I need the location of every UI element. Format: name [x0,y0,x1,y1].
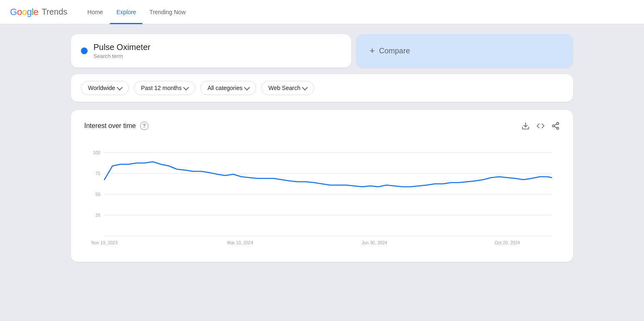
search-dot-indicator [81,48,88,54]
download-button[interactable] [521,122,530,130]
svg-text:100: 100 [93,150,101,155]
chevron-down-icon [117,84,123,90]
compare-card[interactable]: + Compare [356,34,573,68]
chart-header: Interest over time ? [84,122,560,130]
logo: Google Trends [10,7,68,18]
svg-line-4 [554,126,557,128]
filters-row: Worldwide Past 12 months All categories … [71,74,573,102]
chevron-down-icon [244,84,250,90]
filter-search-type[interactable]: Web Search [261,81,314,95]
svg-text:Mar 10, 2024: Mar 10, 2024 [227,240,254,245]
search-compare-row: Pulse Oximeter Search term + Compare [71,34,573,68]
main-content: Pulse Oximeter Search term + Compare Wor… [0,24,644,321]
filter-category-label: All categories [207,85,242,91]
chart-actions [521,122,560,130]
svg-text:Jun 30, 2024: Jun 30, 2024 [362,240,387,245]
embed-button[interactable] [536,122,545,130]
svg-text:25: 25 [96,213,101,218]
svg-text:50: 50 [96,192,101,197]
filter-location[interactable]: Worldwide [81,81,129,95]
svg-text:Oct 20, 2024: Oct 20, 2024 [495,240,520,245]
chart-card: Interest over time ? [71,110,573,262]
compare-label: Compare [379,47,410,55]
compare-plus-icon: + [370,45,375,56]
chart-title: Interest over time [84,122,136,130]
search-card: Pulse Oximeter Search term [71,34,351,68]
chart-container: 100 75 50 25 [84,140,560,250]
nav-explore[interactable]: Explore [110,0,143,24]
filter-search-type-label: Web Search [268,85,300,91]
trends-logo-text: Trends [42,7,68,17]
filter-time-label: Past 12 months [141,85,181,91]
svg-text:75: 75 [96,171,101,176]
chevron-down-icon [302,84,308,90]
interest-chart: 100 75 50 25 [84,140,560,248]
svg-line-5 [554,124,557,125]
nav-home[interactable]: Home [81,0,110,24]
header: Google Trends Home Explore Trending Now [0,0,644,24]
main-nav: Home Explore Trending Now [81,0,192,24]
filter-location-label: Worldwide [88,85,115,91]
search-term-type: Search term [93,53,151,59]
help-icon[interactable]: ? [140,122,148,130]
search-term-info: Pulse Oximeter Search term [93,43,151,59]
filter-category[interactable]: All categories [200,81,256,95]
chart-title-row: Interest over time ? [84,122,148,130]
filter-time[interactable]: Past 12 months [134,81,195,95]
svg-text:Nov 19, 2023: Nov 19, 2023 [91,240,118,245]
search-term-name: Pulse Oximeter [93,43,151,52]
chevron-down-icon [183,84,189,90]
nav-trending-now[interactable]: Trending Now [143,0,192,24]
share-button[interactable] [551,122,560,130]
google-logo: Google [10,7,38,18]
